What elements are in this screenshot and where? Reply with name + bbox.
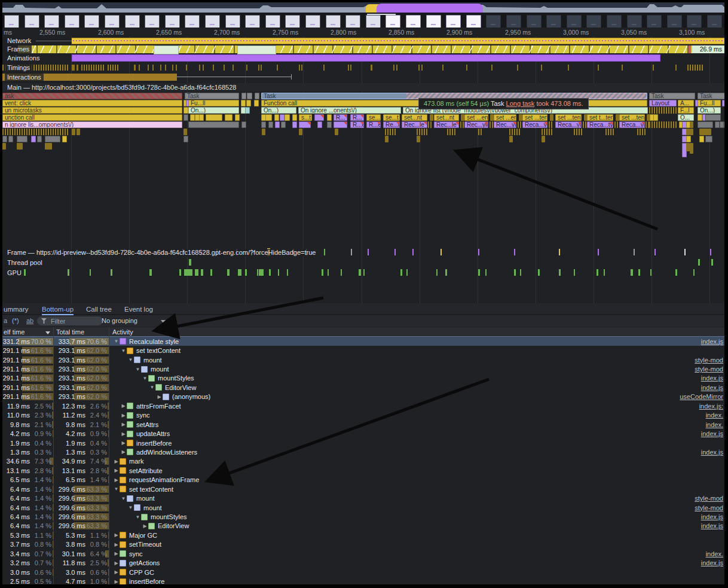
flame-event-sliver[interactable] — [690, 129, 693, 135]
flame-event-bar[interactable]: Fu...ll — [698, 100, 721, 106]
flame-event-sliver[interactable] — [199, 114, 204, 121]
flame-event-sliver[interactable] — [45, 136, 60, 142]
flame-event-sliver[interactable] — [299, 129, 302, 135]
flame-event-sliver[interactable] — [188, 121, 239, 128]
frames-track-strip[interactable] — [18, 45, 692, 53]
expand-icon[interactable]: ▶ — [156, 394, 163, 400]
flame-event-bar[interactable]: set...nt — [402, 114, 427, 121]
table-row[interactable]: 6.4 ms1.4 %299.6 ms63.3 %▶EditorViewinde… — [2, 522, 724, 531]
expand-icon[interactable]: ▶ — [113, 542, 120, 547]
flame-event-sliver[interactable] — [334, 121, 347, 128]
flame-event-sliver[interactable] — [275, 121, 280, 128]
flame-event-sliver[interactable] — [490, 121, 493, 128]
collapse-icon[interactable]: ▼ — [134, 514, 141, 520]
flame-event-sliver[interactable] — [206, 114, 222, 121]
source-link[interactable]: index. — [706, 550, 724, 557]
flame-event-sliver[interactable] — [37, 136, 42, 142]
flame-event-sliver[interactable] — [247, 93, 252, 99]
flame-event-sliver[interactable] — [183, 107, 188, 114]
flame-event-sliver[interactable] — [17, 136, 27, 142]
source-link[interactable]: style-mod — [695, 357, 724, 364]
table-row[interactable]: 11.0 ms2.3 %11.2 ms2.4 %▶syncindex. — [2, 411, 724, 420]
collapse-icon[interactable]: ▼ — [127, 357, 134, 362]
expand-icon[interactable]: ▶ — [113, 560, 120, 566]
flame-event-sliver[interactable] — [447, 129, 457, 135]
expand-icon[interactable]: ▶ — [142, 523, 148, 529]
flame-event-sliver[interactable] — [241, 100, 246, 106]
filmstrip[interactable] — [2, 13, 724, 28]
flame-event-sliver[interactable] — [261, 121, 266, 128]
flame-event-sliver[interactable] — [2, 143, 6, 150]
filmstrip-thumbnail[interactable] — [687, 15, 702, 28]
flame-event-sliver[interactable] — [327, 114, 332, 121]
collapse-icon[interactable]: ▼ — [120, 496, 127, 501]
source-link[interactable]: style-mod — [695, 365, 724, 373]
flame-event-bar[interactable]: un microtasks — [2, 107, 182, 114]
filmstrip-thumbnail[interactable] — [125, 15, 140, 28]
flame-event-bar[interactable]: O... — [678, 114, 694, 121]
flame-event-sliver[interactable] — [417, 136, 420, 142]
filmstrip-thumbnail[interactable] — [406, 15, 421, 28]
tab-event-log[interactable]: Event log — [124, 304, 153, 314]
flame-event-sliver[interactable] — [183, 129, 187, 135]
expand-icon[interactable]: ▶ — [113, 569, 120, 575]
source-link[interactable]: style-mod — [695, 504, 724, 511]
source-link[interactable]: index.js — [701, 559, 724, 566]
table-row[interactable]: 331.2 ms70.0 %333.7 ms70.6 %▼Recalculate… — [2, 337, 724, 346]
grouping-dropdown[interactable]: No grouping — [102, 317, 137, 324]
flame-event-bar[interactable]: Reca...tyle — [587, 121, 613, 128]
flame-event-sliver[interactable] — [281, 121, 286, 128]
flame-event-sliver[interactable] — [518, 121, 522, 128]
animations-track-label[interactable]: Animations — [5, 54, 42, 62]
table-row[interactable]: 291.1 ms61.6 %293.1 ms62.0 %▼set textCon… — [2, 346, 724, 355]
table-row[interactable]: 4.2 ms0.9 %4.2 ms0.9 %▶updateAttrsindex.… — [2, 429, 724, 438]
flame-event-sliver[interactable] — [686, 136, 691, 142]
flame-event-bar[interactable]: Reca...yle — [555, 121, 582, 128]
column-total-time[interactable]: Total time — [56, 328, 84, 336]
flame-event-sliver[interactable] — [292, 114, 297, 121]
flame-event-sliver[interactable] — [428, 121, 433, 128]
filmstrip-thumbnail[interactable] — [84, 15, 99, 28]
collapse-icon[interactable]: ▼ — [127, 505, 134, 510]
flame-event-sliver[interactable] — [2, 129, 69, 135]
frame-track-label[interactable]: Frame — https://id-preview--bd53fd9d-728… — [5, 249, 318, 257]
table-row[interactable]: 3.0 ms0.6 %3.0 ms0.6 %▶CPP GC — [2, 568, 724, 577]
expand-icon[interactable]: ▶ — [120, 440, 127, 446]
network-track-label[interactable]: Network — [5, 37, 33, 45]
source-link[interactable]: style-mod — [695, 495, 724, 502]
collapse-icon[interactable]: ▼ — [142, 376, 148, 381]
flame-event-bar[interactable]: Reca...yle — [522, 121, 547, 128]
expand-icon[interactable]: ▶ — [113, 468, 120, 473]
flame-event-sliver[interactable] — [385, 129, 397, 135]
filmstrip-thumbnail[interactable] — [326, 15, 341, 28]
column-activity[interactable]: Activity — [112, 328, 133, 336]
flame-event-sliver[interactable] — [245, 107, 250, 114]
filmstrip-thumbnail[interactable] — [607, 15, 622, 28]
flame-event-bar[interactable]: set ...tent — [522, 114, 547, 121]
flame-event-sliver[interactable] — [225, 114, 233, 121]
flame-event-sliver[interactable] — [649, 121, 677, 128]
flame-event-bar[interactable]: R...e — [350, 121, 364, 128]
flame-event-bar[interactable]: Rec...yle — [494, 121, 516, 128]
flame-event-bar[interactable]: se...t — [383, 114, 400, 121]
flame-event-bar[interactable]: Rec...le — [402, 121, 427, 128]
filmstrip-thumbnail[interactable] — [366, 15, 381, 28]
frame-duration-badge[interactable]: 26.9 ms — [692, 45, 724, 53]
filmstrip-thumbnail[interactable] — [265, 15, 280, 28]
source-link[interactable]: useCodeMirror — [680, 393, 724, 400]
flame-event-sliver[interactable] — [460, 121, 464, 128]
match-case-toggle[interactable]: a — [4, 317, 7, 324]
flame-event-bar[interactable]: R... — [350, 114, 364, 121]
flame-event-sliver[interactable] — [653, 114, 658, 121]
filmstrip-thumbnail[interactable] — [105, 15, 120, 28]
flame-event-sliver[interactable] — [235, 114, 240, 121]
flame-event-bar[interactable]: Reca...yle — [619, 121, 645, 128]
flame-event-sliver[interactable] — [274, 114, 279, 121]
filmstrip-thumbnail[interactable] — [707, 15, 722, 28]
flame-event-sliver[interactable] — [549, 121, 553, 128]
filmstrip-thumbnail[interactable] — [145, 15, 160, 28]
source-link[interactable]: index.js — [701, 449, 724, 456]
flame-event-sliver[interactable] — [690, 143, 693, 154]
flame-event-sliver[interactable] — [550, 114, 553, 121]
filmstrip-thumbnail[interactable] — [44, 15, 59, 28]
